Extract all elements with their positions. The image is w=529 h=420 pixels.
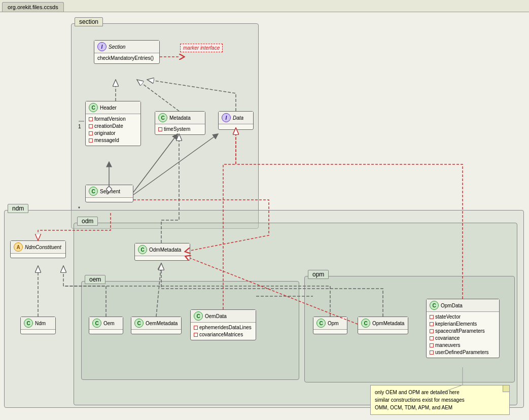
badge-oemdata: C	[194, 311, 203, 321]
field-rect	[89, 131, 93, 135]
field-rect	[194, 333, 198, 337]
field-rect	[158, 127, 162, 131]
badge-section: I	[97, 42, 107, 51]
field-rect	[430, 322, 434, 326]
field-rect	[430, 343, 434, 347]
class-metadata: C Metadata timeSystem	[155, 111, 205, 135]
field-rect	[430, 336, 434, 340]
multiplicity-1: 1	[78, 124, 81, 129]
badge-oem: C	[92, 319, 101, 328]
tab-bar: org.orekit.files.ccsds	[0, 0, 529, 12]
class-header: C Header formatVersion creationDate orig…	[85, 101, 141, 146]
marker-interface-label: marker interface	[180, 44, 223, 52]
badge-opmmetadata: C	[361, 319, 370, 328]
badge-data: I	[222, 113, 231, 122]
class-opmdata-name: OpmData	[441, 303, 463, 308]
tab-label: org.orekit.files.ccsds	[8, 4, 58, 10]
class-section: I Section checkMandatoryEntries()	[94, 40, 160, 64]
class-oemdata-name: OemData	[205, 313, 227, 319]
class-segment-name: Segment	[100, 189, 120, 194]
class-oem: C Oem	[89, 317, 123, 334]
class-opmmetadata-name: OpmMetadata	[372, 321, 404, 326]
class-oemdata: C OemData ephemeridesDataLines covarianc…	[190, 309, 256, 340]
package-odm-label: odm	[77, 217, 98, 226]
badge-segment: C	[89, 187, 98, 196]
field-rect	[430, 351, 434, 355]
field-rect	[89, 124, 93, 128]
package-ndm-label: ndm	[8, 204, 28, 213]
badge-metadata: C	[158, 113, 167, 122]
field-rect	[89, 138, 93, 143]
class-ndm: C Ndm	[20, 317, 56, 334]
class-data-name: Data	[233, 115, 243, 121]
class-header-name: Header	[100, 105, 117, 111]
class-metadata-name: Metadata	[169, 115, 191, 121]
class-odmmetadata: C OdmMetadata	[134, 243, 190, 261]
class-opmmetadata: C OpmMetadata	[358, 317, 408, 334]
field-rect	[194, 326, 198, 330]
class-section-name: Section	[109, 44, 125, 50]
badge-odmmetadata: C	[138, 245, 147, 254]
class-data: I Data	[218, 111, 254, 130]
tab-ccsds[interactable]: org.orekit.files.ccsds	[2, 2, 64, 12]
class-oemmetadata: C OemMetadata	[131, 317, 182, 334]
field-checkMandatoryEntries: checkMandatoryEntries()	[97, 55, 156, 62]
package-opm-label: opm	[308, 270, 329, 279]
badge-opm: C	[316, 319, 326, 328]
badge-ndmconstituent: A	[14, 242, 23, 252]
class-opm: C Opm	[313, 317, 347, 334]
class-opm-name: Opm	[328, 321, 339, 326]
class-oem-name: Oem	[103, 321, 115, 326]
class-ndmconstituent-name: NdmConstituent	[25, 244, 61, 250]
badge-ndm: C	[24, 319, 33, 328]
field-rect	[430, 329, 434, 333]
package-section-label: section	[75, 17, 103, 26]
class-odmmetadata-name: OdmMetadata	[149, 247, 181, 253]
class-ndmconstituent: A NdmConstituent	[10, 240, 66, 258]
main-canvas: section ndm odm oem opm I Section check	[0, 12, 529, 418]
class-oemmetadata-name: OemMetadata	[146, 321, 178, 326]
field-rect	[430, 315, 434, 319]
multiplicity-star: *	[78, 206, 80, 212]
package-oem-label: oem	[85, 275, 105, 284]
badge-header: C	[89, 103, 98, 112]
class-segment: C Segment	[85, 185, 133, 202]
class-opmdata: C OpmData stateVector keplerianElements …	[426, 299, 500, 358]
field-rect	[89, 117, 93, 121]
note-box: only OEM and OPM are detailed here simil…	[370, 385, 510, 415]
badge-oemmetadata: C	[134, 319, 144, 328]
badge-opmdata: C	[430, 301, 439, 310]
class-ndm-name: Ndm	[35, 321, 46, 326]
